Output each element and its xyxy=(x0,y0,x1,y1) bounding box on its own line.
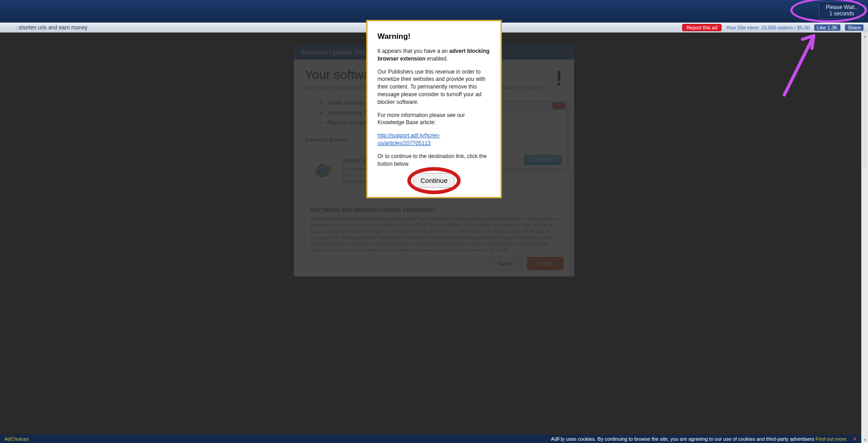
report-ad-button[interactable]: Report this ad xyxy=(682,24,721,31)
vertical-scrollbar[interactable]: ▴ ▾ xyxy=(861,33,868,443)
wait-line-1: Please Wait.. xyxy=(826,4,858,10)
modal-title: Warning! xyxy=(377,32,491,41)
modal-paragraph-1: It appears that you have a an advert blo… xyxy=(377,47,491,63)
sub-toolbar-right: Report this ad Your Site Here: 10,000 vi… xyxy=(682,24,863,31)
cookie-bar-right: AdF.ly uses cookies. By continuing to br… xyxy=(551,436,857,442)
cookie-bar: AdChoices AdF.ly uses cookies. By contin… xyxy=(0,435,861,443)
find-out-more-link[interactable]: Find out more. xyxy=(816,436,848,442)
adblock-warning-modal: Warning! It appears that you have a an a… xyxy=(366,20,502,198)
share-button[interactable]: Share xyxy=(845,24,863,31)
modal-paragraph-2: Our Publishers use this revenue in order… xyxy=(377,68,491,106)
continue-button[interactable]: Continue xyxy=(414,173,454,188)
wait-line-2: 1 seconds xyxy=(826,10,858,17)
cookie-text: AdF.ly uses cookies. By continuing to br… xyxy=(551,436,816,442)
scrollbar-thumb[interactable] xyxy=(863,33,867,169)
your-site-link[interactable]: Your Site Here: 10,000 visitors / $5.00 xyxy=(726,25,810,30)
please-wait-pill: Please Wait.. 1 seconds xyxy=(819,2,864,19)
tagline-text: : shorten urls and earn money xyxy=(5,24,87,31)
like-button[interactable]: Like 1.3K xyxy=(814,24,840,31)
continue-wrap: Continue xyxy=(377,173,491,188)
top-banner: Please Wait.. 1 seconds xyxy=(0,0,868,23)
modal-paragraph-4: Or to continue to the destination link, … xyxy=(377,153,491,168)
scroll-down-icon[interactable]: ▾ xyxy=(862,436,868,443)
cookie-close-icon[interactable]: ✕ xyxy=(853,436,857,442)
modal-paragraph-3: For more information please see our Know… xyxy=(377,112,491,127)
adchoices-link[interactable]: AdChoices xyxy=(5,436,28,442)
kb-article-link[interactable]: http://support.adf.ly/hc/en-us/articles/… xyxy=(377,132,440,146)
